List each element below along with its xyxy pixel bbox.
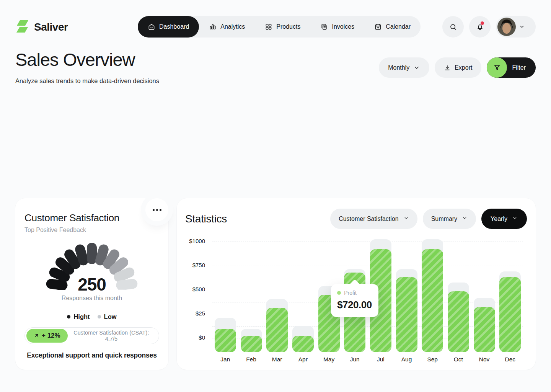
- chart-slot-mar: Mar: [264, 242, 290, 352]
- nav-item-dashboard[interactable]: Dashboard: [138, 16, 199, 38]
- search-button[interactable]: [442, 16, 464, 38]
- statistics-filters: Customer SatisfactionSummaryYearly: [330, 209, 527, 229]
- chart-slot-oct: Oct: [445, 242, 471, 352]
- csat-score-text: Customer Satisfaction (CSAT): 4.7/5: [68, 330, 159, 342]
- csat-footer-text: Exceptional support and quick responses: [15, 351, 168, 359]
- export-button[interactable]: Export: [435, 57, 481, 78]
- period-select[interactable]: Monthly: [379, 57, 429, 78]
- notification-dot: [481, 21, 484, 25]
- y-axis-tick: $500: [177, 286, 205, 292]
- card-menu-button[interactable]: [145, 198, 168, 221]
- export-label: Export: [455, 64, 472, 71]
- stats-filter-label: Yearly: [491, 216, 507, 222]
- csat-card-title: Customer Satisfaction: [24, 212, 119, 224]
- y-axis-tick: $0: [177, 334, 205, 341]
- y-axis-tick: $25: [177, 310, 205, 317]
- csat-card-subtitle: Top Positive Feedback: [24, 227, 86, 234]
- avatar: [497, 18, 516, 36]
- dots-icon: [156, 209, 158, 211]
- chart-slot-dec: Dec: [497, 242, 523, 352]
- x-axis-label: Nov: [471, 356, 497, 363]
- bar-profit-apr[interactable]: [292, 336, 314, 352]
- bar-profit-jan[interactable]: [215, 329, 236, 352]
- filter-button[interactable]: Filter: [487, 57, 536, 78]
- stats-filter-summary[interactable]: Summary: [423, 209, 476, 229]
- analytics-icon: [209, 23, 217, 31]
- legend-dot-icon: [67, 315, 70, 318]
- period-select-label: Monthly: [388, 64, 409, 71]
- trend-value: + 12%: [42, 332, 60, 340]
- brand: Saliver: [15, 19, 68, 35]
- nav-item-label: Dashboard: [159, 23, 189, 30]
- tooltip-series-dot: [337, 291, 341, 295]
- nav-item-label: Products: [276, 23, 300, 30]
- x-axis-label: Jul: [368, 356, 394, 363]
- stats-filter-yearly[interactable]: Yearly: [481, 209, 527, 229]
- stats-filter-customer-satisfaction[interactable]: Customer Satisfaction: [330, 209, 417, 229]
- customer-satisfaction-card: Customer Satisfaction Top Positive Feedb…: [15, 198, 168, 370]
- bar-profit-sep[interactable]: [422, 249, 443, 352]
- statistics-card: Statistics Customer SatisfactionSummaryY…: [177, 198, 536, 370]
- legend-dot-icon: [98, 315, 101, 318]
- chart-slot-feb: Feb: [238, 242, 264, 352]
- top-actions: [442, 16, 536, 38]
- nav-item-label: Calendar: [386, 23, 411, 30]
- notifications-button[interactable]: [469, 16, 491, 38]
- nav-item-products[interactable]: Products: [255, 16, 310, 38]
- x-axis-label: Feb: [238, 356, 264, 363]
- x-axis-label: Jan: [212, 356, 238, 363]
- cards-row: Customer Satisfaction Top Positive Feedb…: [15, 198, 536, 370]
- nav-item-analytics[interactable]: Analytics: [199, 16, 255, 38]
- statistics-title: Statistics: [185, 213, 227, 225]
- calendar-icon: [374, 23, 382, 31]
- tooltip-value: $720.00: [337, 299, 372, 311]
- nav-item-label: Analytics: [220, 23, 245, 30]
- chart-tooltip: Profit $720.00: [331, 284, 378, 317]
- x-axis-label: Mar: [264, 356, 290, 363]
- chevron-down-icon: [403, 215, 409, 222]
- chart-slot-sep: Sep: [419, 242, 445, 352]
- top-bar: Saliver DashboardAnalyticsProductsInvoic…: [15, 16, 536, 38]
- home-icon: [148, 23, 155, 31]
- page-subtitle: Analyze sales trends to make data-driven…: [15, 77, 536, 85]
- chevron-down-icon: [413, 64, 420, 71]
- filter-icon-circle: [487, 57, 507, 78]
- dots-icon: [160, 209, 161, 211]
- bar-profit-aug[interactable]: [396, 277, 417, 353]
- stats-filter-label: Customer Satisfaction: [339, 216, 399, 222]
- nav-item-label: Invoices: [332, 23, 354, 30]
- x-axis-label: Sep: [419, 356, 445, 363]
- bar-profit-nov[interactable]: [474, 307, 495, 353]
- invoices-icon: [320, 23, 328, 31]
- y-axis-tick: $1000: [177, 238, 205, 244]
- legend-item-low: Low: [98, 313, 117, 320]
- profile-menu[interactable]: [496, 16, 536, 38]
- brand-name: Saliver: [34, 21, 68, 33]
- chart-slot-jan: Jan: [212, 242, 238, 352]
- legend-item-hight: Hight: [67, 313, 90, 320]
- x-axis-label: Jun: [342, 356, 368, 363]
- dashboard-page: Saliver DashboardAnalyticsProductsInvoic…: [0, 0, 551, 392]
- bar-chart: Profit $720.00 JanFebMarAprMayJunJulAugS…: [212, 242, 523, 352]
- search-icon: [449, 23, 457, 31]
- x-axis-label: Dec: [497, 356, 523, 363]
- chevron-down-icon: [462, 215, 468, 222]
- main-nav: DashboardAnalyticsProductsInvoicesCalend…: [138, 16, 421, 38]
- chevron-down-icon: [512, 215, 518, 222]
- bar-profit-dec[interactable]: [499, 277, 521, 353]
- bar-profit-mar[interactable]: [266, 308, 288, 352]
- header-actions: Monthly Export Filter: [379, 57, 536, 78]
- bar-profit-oct[interactable]: [448, 291, 469, 352]
- dots-icon: [153, 209, 155, 211]
- nav-item-invoices[interactable]: Invoices: [310, 16, 364, 38]
- csat-score-row: + 12% Customer Satisfaction (CSAT): 4.7/…: [24, 327, 159, 344]
- gauge-segment: [87, 243, 97, 264]
- nav-item-calendar[interactable]: Calendar: [364, 16, 421, 38]
- x-axis-label: Apr: [290, 356, 316, 363]
- bar-profit-feb[interactable]: [241, 336, 262, 352]
- gauge-value: 250: [15, 274, 168, 295]
- gauge-legend: HightLow: [15, 313, 168, 320]
- products-icon: [265, 23, 272, 31]
- x-axis-label: Oct: [445, 356, 471, 363]
- x-axis-label: May: [316, 356, 342, 363]
